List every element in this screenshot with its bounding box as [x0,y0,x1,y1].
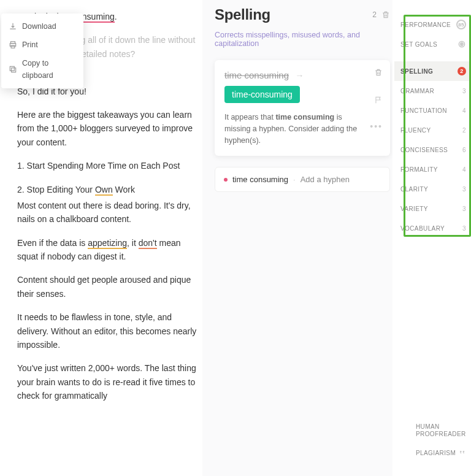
category-count: 2 [372,10,377,19]
error-dot-icon [224,178,228,182]
quote-icon [458,448,466,457]
editor-line: 1. Start Spending More Time on Each Post [17,159,197,172]
warn-own[interactable]: Own [95,185,113,196]
print-icon [9,40,17,49]
menu-label: Copy to clipboard [22,57,76,82]
flag-icon[interactable] [374,96,383,104]
separator: · [293,175,296,184]
sidebar-plagiarism[interactable]: PLAGIARISM [410,442,471,464]
right-sidebar: PERFORMANCE 85 SET GOALS SPELLING2GRAMMA… [392,0,471,476]
editor-line: Content should get people aroused and pi… [17,273,197,301]
menu-download[interactable]: Download [1,17,83,36]
editor-line: Most content out there is dead boring. I… [17,199,197,226]
download-icon [9,22,17,31]
svg-rect-3 [12,68,16,72]
editor-line: 2. Stop Editing Your Own Work [17,183,197,196]
mini-action[interactable]: Add a hyphen [301,175,350,184]
warn-appetizing[interactable]: appetizing [88,238,127,249]
trash-icon[interactable] [381,10,390,20]
editor-area[interactable]: graphs is time consuming. Download Print… [0,0,202,476]
sidebar-proofreader[interactable]: HUMAN PROOFREADER [410,420,471,442]
explanation-text: It appears that time consuming is missin… [224,112,366,146]
more-icon[interactable]: ••• [370,121,383,131]
copy-icon [9,65,17,74]
category-desc: Corrects misspellings, misused words, an… [215,31,390,48]
wrong-text: time consuming [224,70,289,80]
menu-print[interactable]: Print [1,36,83,54]
suggestions-panel: Spelling 2 Corrects misspellings, misuse… [202,0,392,476]
dismiss-icon[interactable] [374,67,383,77]
mini-text: time consuming [232,175,288,184]
sidebar-label: HUMAN PROOFREADER [416,423,466,438]
menu-copy[interactable]: Copy to clipboard [1,54,83,85]
svg-rect-4 [10,66,14,71]
editor-line: You've just written 2,000+ words. The la… [17,361,197,402]
highlight-box [404,15,471,237]
warn-dont[interactable]: don't [139,238,157,249]
category-title: Spelling [215,6,270,23]
suggestion-card: ••• time consuming → time-consuming It a… [215,60,390,156]
arrow-icon: → [296,71,304,80]
context-menu: Download Print Copy to clipboard [1,13,83,88]
editor-line: It needs to be flawless in tone, style, … [17,310,197,351]
sidebar-label: PLAGIARISM [416,450,456,456]
editor-line: Here are the biggest takeaways you can l… [17,108,197,149]
editor-line: Even if the data is appetizing, it don't… [17,236,197,264]
menu-label: Download [22,20,56,33]
collapsed-suggestion[interactable]: time consuming · Add a hyphen [215,167,390,192]
menu-label: Print [22,39,38,51]
apply-fix-button[interactable]: time-consuming [224,86,300,103]
